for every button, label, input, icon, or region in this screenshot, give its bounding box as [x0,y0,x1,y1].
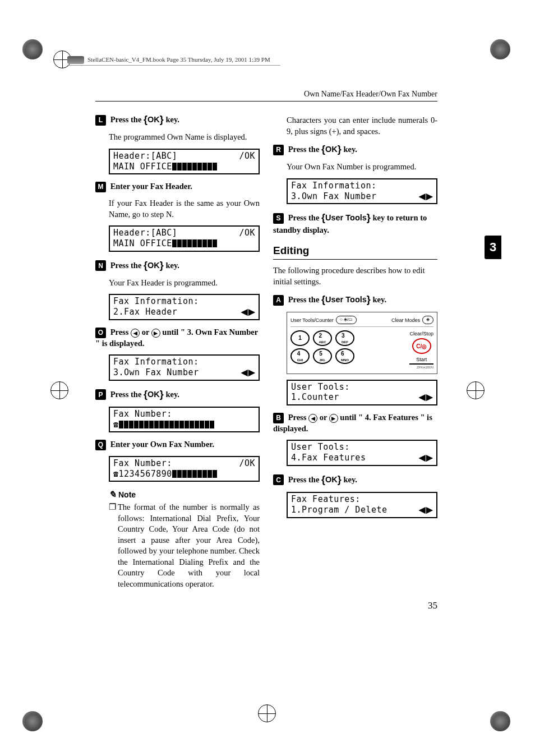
step-number-icon: R [273,145,284,155]
step-number-icon: A [273,295,284,306]
control-panel-illustration: User Tools/Counter ○ ◈/▭ Clear Modes ◈ 1… [287,312,437,374]
cursor-icon [119,420,215,430]
telephone-icon [113,469,119,479]
step-18: R Press the {OK} key. [273,142,437,156]
start-label: Start [409,356,433,365]
step-instruction: Press ◀ or ▶ until " 3. Own Fax Number "… [95,328,258,348]
lcd-display: User Tools: 1.Counter◀▶ [287,380,437,406]
step-body: Your Fax Header is programmed. [109,278,260,289]
crop-mark-icon [490,39,513,62]
chapter-tab: 3 [485,236,501,259]
step-instruction: Press ◀ or ▶ until " 4. Fax Features " i… [273,413,432,433]
left-right-arrow-icon: ◀▶ [241,367,255,378]
step-body: The programmed Own Name is displayed. [109,132,260,143]
panel-label: Clear Modes [391,317,420,324]
lcd-line: 1.Counter [291,392,339,403]
registration-target-icon [50,381,68,399]
lcd-line: 3.Own Fax Number [291,191,377,202]
lcd-line: 1.Program / Delete [291,505,388,515]
cursor-icon [172,162,218,172]
intro-text: Characters you can enter include numeral… [287,115,437,137]
lcd-line: MAIN OFFICE [113,162,172,172]
illustration-id: ZFKH200N [290,365,433,370]
lcd-line: /OK [239,228,255,238]
lcd-line: Fax Information: [113,357,255,367]
step-instruction: Press the {OK} key. [288,145,357,154]
lcd-display: User Tools: 4.Fax Features◀▶ [287,440,437,466]
lcd-line: User Tools: [291,442,433,453]
note-body: The format of the number is normally as … [109,502,260,590]
panel-label: User Tools/Counter [290,317,334,324]
step-instruction: Press the {OK} key. [110,261,179,270]
clear-stop-key-icon: C/◎ [412,338,431,354]
cursor-icon [172,469,218,480]
keypad-3-icon: 3DEF [335,330,354,346]
lcd-line: 3.Own Fax Number [113,367,199,378]
lcd-display: Fax Number: [109,407,260,433]
step-number-icon: N [95,260,106,271]
step-number-icon: P [95,389,106,400]
lcd-line: /OK [239,458,255,469]
keypad-1-icon: 1 [290,330,310,346]
keypad-2-icon: 2ABC [313,330,332,346]
step-17: Q Enter your Own Fax Number. [95,439,260,450]
lcd-line: Fax Information: [113,296,255,307]
right-arrow-key-icon: ▶ [151,329,160,338]
section-heading-editing: Editing [273,243,437,260]
step-15: O Press ◀ or ▶ until " 3. Own Fax Number… [95,327,260,349]
note-heading: Note [109,488,260,501]
left-right-arrow-icon: ◀▶ [241,307,255,317]
edit-step-1: A Press the {User Tools} key. [273,293,437,306]
step-number-icon: O [95,328,106,338]
step-number-icon: Q [95,440,106,450]
step-instruction: Press the {OK} key. [110,115,179,124]
step-instruction: Press the {OK} key. [288,475,357,484]
lcd-line: Header:[ABC] [113,151,177,162]
lcd-line: Fax Number: [113,409,255,420]
lcd-line: 4.Fax Features [291,453,366,463]
lcd-display: Fax Features: 1.Program / Delete◀▶ [287,492,437,518]
right-arrow-key-icon: ▶ [329,414,338,423]
lcd-line: 1234567890 [119,469,172,479]
cursor-icon [172,238,218,249]
left-column: L Press the {OK} key. The programmed Own… [95,113,260,594]
step-instruction: Enter your Own Fax Number. [110,440,214,449]
step-instruction: Press the {User Tools} key. [288,295,386,304]
left-right-arrow-icon: ◀▶ [419,392,433,403]
step-14: N Press the {OK} key. [95,259,260,272]
step-instruction: Press the {User Tools} key to return to … [273,213,427,234]
step-16: P Press the {OK} key. [95,388,260,401]
telephone-icon [113,420,119,430]
step-number-icon: B [273,413,284,423]
page-number: 35 [428,600,437,611]
step-13: M Enter your Fax Header. [95,181,260,192]
page-header: Own Name/Fax Header/Own Fax Number [95,90,437,102]
lcd-display: Fax Number:/OK 1234567890 [109,456,260,482]
section-intro: The following procedure describes how to… [273,265,437,287]
step-instruction: Enter your Fax Header. [110,182,192,191]
user-tools-key-icon: ○ ◈/▭ [336,316,357,324]
step-19: S Press the {User Tools} key to return t… [273,211,437,236]
step-12: L Press the {OK} key. [95,113,260,126]
registration-target-icon [467,381,485,399]
step-instruction: Press the {OK} key. [110,390,179,399]
left-right-arrow-icon: ◀▶ [419,191,433,202]
keypad-6-icon: 6MNO [335,348,354,364]
registration-target-icon [258,704,276,722]
lcd-display: Header:[ABC]/OK MAIN OFFICE [109,225,260,252]
keypad-5-icon: 5JKL [313,348,332,364]
lcd-display: Fax Information: 3.Own Fax Number◀▶ [109,354,260,381]
clear-stop-label: Clear/Stop [409,330,433,337]
step-number-icon: M [95,182,106,192]
step-body: If your Fax Header is the same as your O… [109,198,260,220]
crop-mark-icon [22,711,45,734]
lcd-line: Fax Information: [291,181,433,191]
crop-mark-icon [22,39,45,62]
left-right-arrow-icon: ◀▶ [419,453,433,463]
lcd-display: Header:[ABC]/OK MAIN OFFICE [109,149,260,175]
edit-step-3: C Press the {OK} key. [273,473,437,486]
left-arrow-key-icon: ◀ [308,414,317,423]
lcd-line: Header:[ABC] [113,228,177,238]
lcd-display: Fax Information: 3.Own Fax Number◀▶ [287,178,437,205]
lcd-line: /OK [239,151,255,162]
